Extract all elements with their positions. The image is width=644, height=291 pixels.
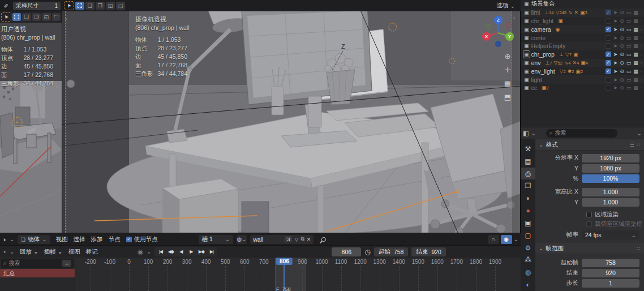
selectable-icon[interactable]: ➤ [613, 43, 618, 49]
exclude-checkbox[interactable]: ✓ [606, 27, 611, 32]
disable-viewport-icon[interactable]: ▭ [626, 85, 632, 91]
selectable-icon[interactable]: ➤ [613, 35, 618, 41]
disable-viewport-icon[interactable]: ▭ [626, 35, 632, 41]
gizmo-neg-y-axis[interactable] [486, 24, 491, 29]
main-3d-viewport[interactable]: Z ➤ ❏ ❐ ◱ ⬚ 选项 ⌄ › 摄像机透视 (806) chr_prop [62, 0, 521, 233]
exclude-checkbox[interactable] [606, 35, 611, 41]
outliner-row[interactable]: ▣chr_prop⊥▽7▣✓➤⊙▭▦◦ [521, 50, 644, 59]
disable-viewport-icon[interactable]: ▭ [626, 60, 632, 66]
timeline-ruler-area[interactable]: -200-10001002003004005006007009001000110… [75, 258, 521, 291]
disable-viewport-icon[interactable]: ▭ [626, 18, 632, 24]
properties-tab-output[interactable]: ⎙ [521, 168, 535, 180]
holdout-icon[interactable]: ◦ [641, 43, 642, 49]
properties-tab-physics[interactable]: ◍ [521, 266, 535, 279]
holdout-icon[interactable]: ◦ [641, 10, 642, 15]
outliner-row[interactable]: ▣cc▣2➤⊙▭▦◦ [521, 84, 644, 92]
timeline-search-input[interactable]: ⌕ 搜索 ↔ [1, 259, 74, 268]
hide-viewport-eye-icon[interactable]: ⊙ [620, 69, 624, 74]
hide-viewport-eye-icon[interactable]: ⊙ [620, 35, 624, 41]
outliner-row[interactable]: ▣camera◉✓➤⊙▭▦◦ [521, 25, 644, 33]
menu-添加[interactable]: 添加 [89, 236, 105, 243]
disable-render-camera-icon[interactable]: ▦ [633, 85, 638, 91]
disable-render-camera-icon[interactable]: ▦ [633, 35, 638, 41]
sidebar-collapse-icon[interactable]: ‹ [513, 15, 515, 21]
timeline-marker-label[interactable]: F_758 [276, 286, 291, 291]
disable-render-camera-icon[interactable]: ▦ [633, 60, 638, 66]
disable-viewport-icon[interactable]: ▭ [626, 43, 632, 49]
material-name-field[interactable]: wall 3 ▽ ⧉ ✕ [250, 235, 314, 244]
toolbar-expand-icon[interactable]: › [65, 16, 67, 22]
secondary-3d-viewport[interactable]: ✐ 采样尺寸 1 ➤ ❏ ❐ ◱ ⬚ 用户透视 (806) chr_prop |… [0, 0, 62, 233]
stopwatch-icon[interactable]: ◷ [364, 248, 370, 256]
sample-size-field[interactable]: 采样尺寸 1 [13, 2, 61, 10]
exclude-checkbox[interactable]: ✓ [606, 60, 611, 66]
editor-type-icon[interactable]: ◔ [2, 249, 6, 255]
property-value-field[interactable]: 758 [582, 259, 639, 267]
disable-render-camera-icon[interactable]: ▦ [633, 43, 638, 49]
disable-render-camera-icon[interactable]: ▦ [633, 10, 638, 15]
menu-视图[interactable]: 视图 [66, 248, 82, 256]
timeline-body[interactable]: -200-10001002003004005006007009001000110… [0, 258, 521, 291]
material-slot-dropdown[interactable]: 槽 1 ⌄ [199, 235, 234, 244]
properties-tab-tool[interactable]: ⚒ [521, 143, 535, 155]
properties-tab-object[interactable]: ▢ [521, 229, 535, 242]
play-reverse-button[interactable]: ◀ [176, 247, 186, 256]
menu-回放[interactable]: 回放 ⌄ [18, 248, 41, 256]
expand-arrows-icon[interactable]: ↔ [62, 260, 71, 267]
properties-tab-scene[interactable]: ◗ [521, 192, 535, 204]
properties-tab-collection[interactable]: ▣ [521, 217, 535, 229]
selectable-icon[interactable]: ➤ [613, 27, 618, 32]
disable-viewport-icon[interactable]: ▭ [626, 77, 632, 83]
hide-viewport-eye-icon[interactable]: ⊙ [620, 10, 624, 15]
select-extend-button[interactable]: ❐ [32, 13, 41, 21]
properties-tab-render[interactable]: ▤ [521, 155, 535, 168]
property-checkbox-row[interactable]: 区域渲染 [535, 209, 644, 219]
section-options-icon[interactable]: ∷ [637, 246, 641, 251]
editor-type-icon[interactable]: ◧ [523, 130, 529, 137]
selectable-icon[interactable]: ➤ [613, 60, 618, 66]
selectable-icon[interactable]: ➤ [613, 52, 618, 57]
properties-tab-world[interactable]: ● [521, 204, 535, 217]
chevron-down-icon[interactable]: ⌄ [514, 236, 518, 242]
property-checkbox-row[interactable]: 裁切至区域渲染框 [535, 219, 644, 229]
property-value-field[interactable]: 1.000 [582, 188, 639, 196]
exclude-checkbox[interactable]: ✓ [606, 69, 611, 74]
new-material-icon[interactable]: ⧉ [300, 236, 304, 242]
jump-to-end-button[interactable]: ▶| [207, 247, 216, 256]
next-keyframe-button[interactable]: ▶◆ [196, 247, 206, 256]
select-intersect-button[interactable]: ⬚ [52, 13, 61, 21]
frame-start-field[interactable]: 起始 758 [374, 247, 409, 256]
snap-magnet-icon[interactable]: ∩ [488, 235, 499, 244]
property-value-field[interactable]: 920 [582, 269, 639, 277]
eyedropper-icon[interactable]: ✐ [1, 1, 11, 10]
framerate-dropdown[interactable]: 24 fps ⌄ [582, 230, 639, 239]
select-subtract-button[interactable]: ◱ [106, 2, 115, 10]
snap-target-button[interactable]: ◉ [501, 235, 512, 244]
disable-render-camera-icon[interactable]: ▦ [633, 18, 638, 24]
properties-search-input[interactable]: ⌕ 搜索 [546, 129, 617, 138]
exclude-checkbox[interactable] [606, 85, 611, 91]
hide-viewport-eye-icon[interactable]: ⊙ [620, 85, 624, 91]
gizmo-z-axis[interactable]: Z [494, 16, 503, 24]
property-value-field[interactable]: 1920 px [582, 154, 639, 162]
menu-插帧[interactable]: 插帧 ⌄ [42, 248, 65, 256]
summary-channel[interactable]: 汇总 [0, 269, 75, 277]
select-new-button[interactable]: ❏ [85, 2, 95, 10]
menu-视图[interactable]: 视图 [54, 236, 70, 243]
disable-render-camera-icon[interactable]: ▦ [633, 27, 638, 32]
chevron-down-icon[interactable]: ⌄ [147, 249, 151, 255]
hide-viewport-eye-icon[interactable]: ⊙ [620, 52, 624, 57]
outliner[interactable]: ▣ 场景集合 ▣limi⊥14▽245∿✕▣3✓➤⊙▭▦◦▣chr_light▣… [521, 0, 644, 127]
browse-material-icon[interactable]: ◍⌄ [237, 235, 247, 244]
holdout-icon[interactable]: ◦ [641, 85, 642, 91]
shader-mode-dropdown[interactable]: ❏ 物体 ⌄ [18, 235, 50, 244]
disable-render-camera-icon[interactable]: ▦ [633, 77, 638, 83]
property-value-field[interactable]: 1.000 [582, 198, 639, 207]
select-new-button[interactable]: ❏ [22, 13, 31, 21]
pan-hand-icon[interactable]: ✛ [505, 66, 511, 74]
exclude-checkbox[interactable]: ✓ [606, 52, 611, 57]
select-subtract-button[interactable]: ◱ [42, 13, 51, 21]
properties-tab-texture[interactable]: ◐ [521, 279, 535, 291]
properties-tab-view-layer[interactable]: ❐ [521, 179, 535, 192]
navigation-gizmo[interactable]: Z X Y [480, 15, 516, 51]
